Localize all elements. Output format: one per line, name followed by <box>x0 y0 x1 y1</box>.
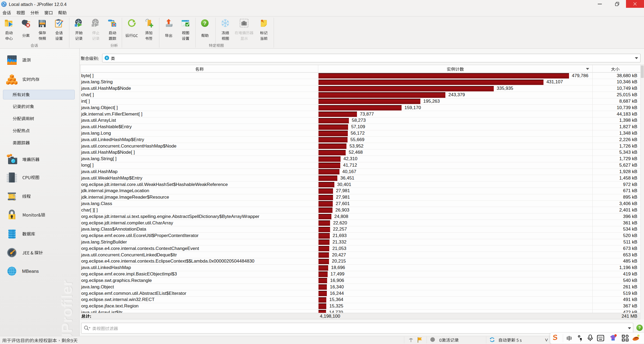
svg-text:?: ? <box>203 20 206 26</box>
svg-text:?: ? <box>638 325 641 330</box>
